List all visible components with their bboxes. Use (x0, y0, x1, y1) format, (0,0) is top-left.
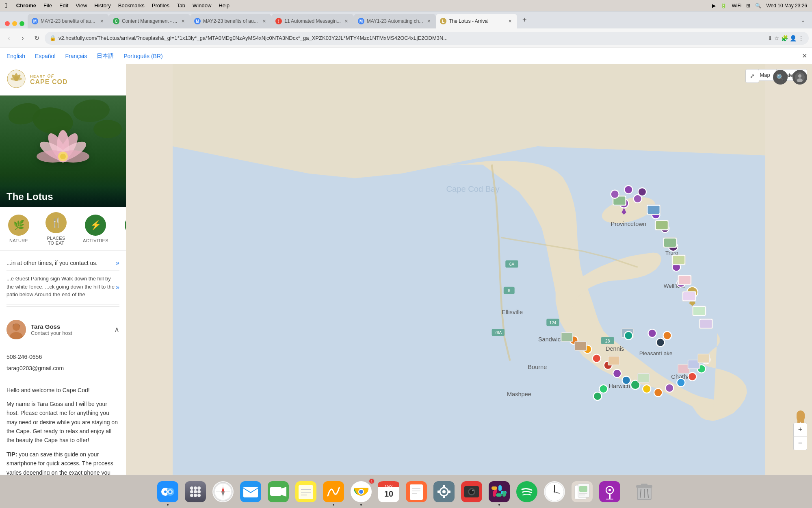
dock-facetime[interactable] (266, 480, 290, 504)
brand-logo: HEART of CAPE COD (0, 64, 126, 96)
host-contact-label[interactable]: Contact your host (31, 330, 109, 336)
menu-help[interactable]: Help (219, 2, 230, 9)
ssl-lock-icon: 🔒 (50, 35, 56, 41)
category-bars[interactable]: 🍸 BARS (117, 211, 126, 246)
menu-chrome[interactable]: Chrome (16, 2, 36, 9)
svg-point-131 (194, 494, 197, 497)
tab-bar: M MAY2-23 benefits of au... ✕ C Content … (0, 11, 812, 28)
contact-details: 508-246-0656 tarag0203@gmail.com (0, 346, 126, 379)
host-section-chevron[interactable]: ∧ (114, 325, 119, 334)
address-field[interactable]: 🔒 v2.hostfully.com/TheLotus/arrival/?nos… (45, 32, 809, 45)
category-activities[interactable]: ⚡ ACTIVITIES (75, 211, 117, 246)
menu-profiles[interactable]: Profiles (152, 2, 169, 9)
apple-menu[interactable]:  (5, 2, 7, 9)
search-menu-icon[interactable]: 🔍 (755, 3, 761, 9)
tab-4[interactable]: ! 11 Automated Messagin... ✕ (271, 14, 354, 28)
menu-bookmarks[interactable]: Bookmarks (118, 2, 145, 9)
tab-2[interactable]: C Content Management - ... ✕ (109, 14, 190, 28)
tab-5[interactable]: M MAY1-23 Automating ch... ✕ (354, 14, 436, 28)
extension-icon[interactable]: 🧩 (781, 35, 788, 41)
map-fullscreen-button[interactable]: ⤢ (745, 69, 759, 83)
category-nature-label: NATURE (9, 238, 28, 243)
page-search-button[interactable]: 🔍 (773, 70, 788, 85)
tab-5-label: MAY1-23 Automating ch... (367, 18, 423, 24)
dock-pages[interactable] (404, 480, 429, 504)
dock-slack[interactable] (487, 480, 511, 504)
more-options-icon[interactable]: ⋮ (798, 35, 804, 41)
svg-rect-57 (656, 221, 668, 229)
back-button[interactable]: ‹ (3, 33, 15, 44)
svg-rect-85 (561, 333, 572, 341)
map-zoom-in-button[interactable]: + (793, 423, 807, 436)
tab-6-active[interactable]: L The Lotus - Arrival ✕ (436, 14, 517, 28)
tab-list-button[interactable]: ⌄ (797, 14, 809, 26)
dock-photobooth[interactable] (459, 480, 484, 504)
play-icon[interactable]: ▶ (712, 3, 716, 9)
tab-4-close[interactable]: ✕ (343, 18, 350, 24)
minimize-window-button[interactable] (12, 21, 17, 26)
lang-espanol[interactable]: Español (35, 53, 56, 59)
tab-3[interactable]: M MAY2-23 benefits of au... ✕ (190, 14, 271, 28)
category-places-to-eat[interactable]: 🍴 PLACES TO EAT (37, 209, 75, 249)
category-activities-label: ACTIVITIES (83, 238, 108, 243)
dock-calendar[interactable]: 10 MAY (377, 480, 401, 504)
notes-icon (295, 481, 316, 502)
menu-window[interactable]: Window (193, 2, 211, 9)
bookmark-star-icon[interactable]: ☆ (774, 35, 780, 41)
lang-bar-close[interactable]: ✕ (802, 52, 807, 60)
tab-3-close[interactable]: ✕ (261, 18, 267, 24)
dock-trash[interactable] (632, 480, 656, 504)
dock-spotify[interactable] (515, 480, 539, 504)
map-zoom-out-button[interactable]: − (793, 436, 807, 450)
lang-portuguese[interactable]: Português (BR) (123, 53, 162, 59)
forward-button[interactable]: › (17, 33, 28, 44)
maximize-window-button[interactable] (19, 21, 24, 26)
arrival-section-content: ...in at other times, if you contact us.… (0, 251, 126, 313)
host-phone[interactable]: 508-246-0656 (6, 351, 119, 363)
menu-view[interactable]: View (76, 2, 87, 9)
tab-1-close[interactable]: ✕ (98, 18, 105, 24)
lang-japanese[interactable]: 日本語 (97, 52, 114, 60)
arrival-row-2-expand[interactable]: » (116, 284, 119, 291)
svg-text:Provincetown: Provincetown (611, 221, 647, 227)
dock-launchpad[interactable] (183, 480, 208, 504)
address-icons: ⬇ ☆ 🧩 👤 ⋮ (768, 35, 804, 41)
category-nature[interactable]: 🌿 NATURE (0, 211, 37, 246)
tab-5-close[interactable]: ✕ (425, 18, 432, 24)
lang-francais[interactable]: Français (65, 53, 87, 59)
arrival-section-row-2: ...e Guest Parking sign Walk down the hi… (6, 271, 119, 305)
tab-2-close[interactable]: ✕ (180, 18, 186, 24)
tab-1[interactable]: M MAY2-23 benefits of au... ✕ (28, 14, 109, 28)
svg-rect-177 (489, 481, 510, 502)
page-user-button[interactable] (793, 70, 807, 85)
menu-tab[interactable]: Tab (177, 2, 185, 9)
dock-podcasts[interactable] (598, 480, 622, 504)
dock-finder[interactable] (156, 480, 180, 504)
menu-edit[interactable]: Edit (59, 2, 68, 9)
close-window-button[interactable] (5, 21, 10, 26)
profile-icon-btn[interactable]: 👤 (790, 35, 797, 41)
menu-history[interactable]: History (94, 2, 110, 9)
lang-english[interactable]: English (6, 53, 25, 59)
host-email[interactable]: tarag0203@gmail.com (6, 363, 119, 374)
wifi-icon[interactable]: WiFi (732, 3, 741, 9)
dock-notes[interactable] (294, 480, 318, 504)
dock-clock[interactable] (542, 480, 567, 504)
dock-preview[interactable] (570, 480, 594, 504)
arrival-row-1-expand[interactable]: » (116, 259, 119, 267)
menu-file[interactable]: File (43, 2, 52, 9)
dock-chrome[interactable]: 1 (349, 480, 373, 504)
svg-rect-61 (673, 256, 684, 264)
download-icon[interactable]: ⬇ (768, 35, 773, 41)
dock-system-preferences[interactable] (432, 480, 456, 504)
tab-6-close[interactable]: ✕ (507, 18, 513, 24)
svg-rect-143 (270, 487, 281, 496)
facetime-icon (268, 481, 289, 502)
datetime: Wed 10 May 23:26 (766, 3, 807, 9)
control-center-icon[interactable]: ⊞ (746, 3, 750, 9)
refresh-button[interactable]: ↻ (31, 33, 42, 44)
dock-freeform[interactable] (321, 480, 346, 504)
dock-safari[interactable] (211, 480, 235, 504)
dock-mail[interactable] (238, 480, 263, 504)
new-tab-button[interactable]: + (519, 14, 530, 26)
